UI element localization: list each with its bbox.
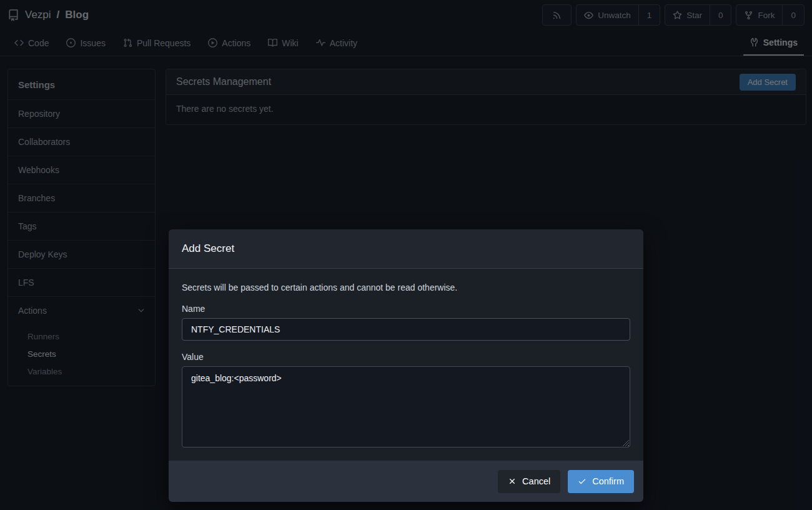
cancel-button[interactable]: Cancel	[498, 470, 560, 493]
modal-title: Add Secret	[169, 229, 643, 269]
check-icon	[578, 477, 587, 486]
secret-value-textarea[interactable]: gitea_blog:<password>	[182, 366, 630, 448]
confirm-button[interactable]: Confirm	[568, 470, 634, 493]
modal-description: Secrets will be passed to certain action…	[182, 282, 630, 292]
secret-name-input[interactable]	[182, 318, 630, 341]
modal-body: Secrets will be passed to certain action…	[169, 269, 643, 448]
name-field-label: Name	[182, 304, 630, 314]
cancel-button-label: Cancel	[522, 476, 550, 486]
value-field-label: Value	[182, 352, 630, 362]
x-icon	[508, 477, 517, 486]
confirm-button-label: Confirm	[592, 476, 624, 486]
add-secret-modal: Add Secret Secrets will be passed to cer…	[169, 229, 643, 502]
modal-footer: Cancel Confirm	[169, 461, 643, 502]
